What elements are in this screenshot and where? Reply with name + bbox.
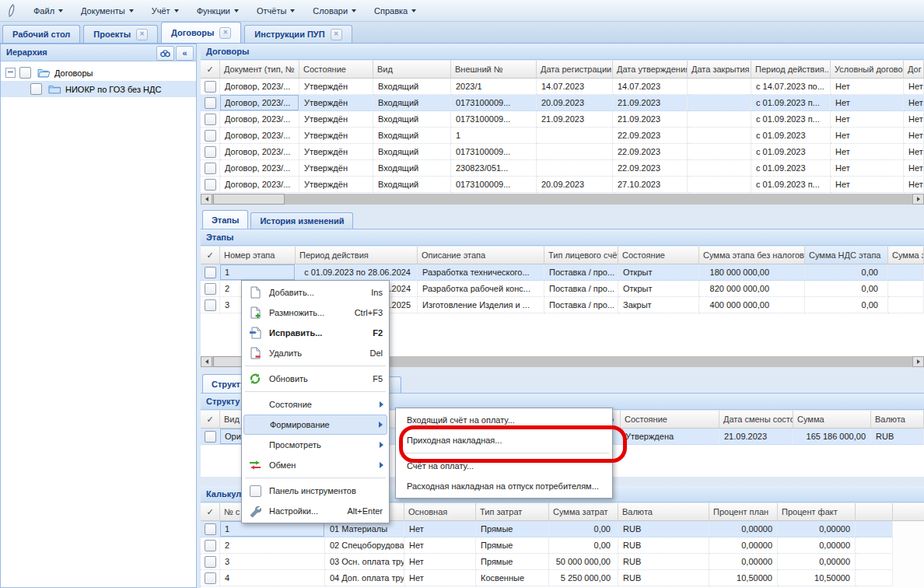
cell[interactable]: Нет — [904, 79, 924, 95]
menu-dictionaries[interactable]: Словари — [307, 1, 362, 21]
cell[interactable]: 10,50000 — [709, 570, 778, 586]
cell[interactable] — [856, 521, 893, 537]
cell[interactable]: Нет — [831, 144, 904, 160]
header-currency[interactable]: Валюта — [871, 411, 924, 429]
menu-item-delete[interactable]: Удалить Del — [243, 343, 387, 363]
search-binoculars-button[interactable] — [156, 46, 174, 61]
table-row[interactable]: Договор, 2023/... Утверждён Входящий 017… — [201, 177, 924, 193]
close-icon[interactable]: ✕ — [331, 29, 342, 40]
cell[interactable] — [888, 297, 924, 313]
row-checkbox[interactable] — [205, 114, 216, 125]
header-state[interactable]: Состояние — [618, 247, 699, 264]
scrollbar-thumb[interactable] — [213, 194, 285, 205]
cell[interactable]: с 01.09.2023 п... — [751, 177, 831, 193]
cell[interactable]: RUB — [618, 521, 709, 537]
row-checkbox-cell[interactable] — [201, 429, 220, 445]
cell[interactable]: 2 — [220, 537, 325, 554]
tree-node-checkbox[interactable] — [30, 83, 42, 95]
cell[interactable]: 21.09.2023 — [537, 111, 613, 128]
cell[interactable]: 0,00000 — [709, 554, 778, 570]
cell[interactable] — [688, 111, 751, 128]
cell[interactable]: 0173100009... — [451, 95, 537, 111]
cell[interactable]: 0,00000 — [778, 537, 856, 554]
tree-node-contracts[interactable]: Договоры — [1, 65, 196, 81]
cell[interactable]: Прямые — [476, 521, 549, 537]
header-currency[interactable]: Валюта — [618, 503, 709, 521]
cell[interactable] — [856, 554, 893, 570]
row-checkbox-cell[interactable] — [201, 79, 220, 95]
cell[interactable]: Нет — [404, 570, 476, 586]
header-state-date[interactable]: Дата смены состоя — [719, 411, 793, 429]
cell[interactable]: 03 Осн. оплата труда — [325, 554, 404, 570]
menu-functions[interactable]: Функции — [191, 1, 244, 21]
header-period[interactable]: Период действия.. — [751, 61, 831, 79]
menu-item-formation[interactable]: Формирование — [243, 415, 387, 435]
header-sum[interactable]: Сумма — [793, 411, 871, 429]
cell[interactable]: 1 — [220, 521, 325, 537]
cell[interactable]: Утверждён — [299, 111, 373, 128]
cell[interactable]: с 01.09.2023 п... — [751, 95, 831, 111]
cell[interactable]: 10,50000 — [778, 570, 856, 586]
cell[interactable]: Нет — [831, 177, 904, 193]
cell[interactable] — [537, 128, 613, 144]
row-checkbox-cell[interactable] — [201, 128, 220, 144]
row-checkbox[interactable] — [205, 572, 216, 584]
submenu-item-receipt-note[interactable]: Приходная накладная... — [397, 430, 611, 450]
cell[interactable]: Договор, 2023/... — [220, 177, 299, 193]
cell[interactable]: 4 — [220, 570, 325, 586]
cell[interactable]: Нет — [404, 554, 476, 570]
cell[interactable]: 0,00000 — [778, 521, 856, 537]
header-state[interactable]: Состояние — [299, 61, 373, 79]
cell[interactable]: 0173100009... — [451, 144, 537, 160]
cell[interactable]: 22.09.2023 — [613, 160, 688, 177]
header-check-column[interactable]: ✓ — [201, 503, 220, 521]
header-cost-sum[interactable]: Сумма затрат — [549, 503, 618, 521]
table-row-selected[interactable]: Договор, 2023/... Утверждён Входящий 017… — [201, 95, 924, 111]
cell[interactable]: 230823/051... — [451, 160, 537, 177]
close-icon[interactable]: ✕ — [136, 29, 148, 40]
row-checkbox-cell[interactable] — [201, 95, 220, 111]
table-row[interactable]: 4 04 Доп. оплата труда Нет Косвенные 5 2… — [201, 570, 893, 586]
cell[interactable]: Входящий — [373, 111, 451, 128]
row-checkbox-cell[interactable] — [201, 264, 220, 281]
row-checkbox-cell[interactable] — [201, 554, 220, 570]
cell[interactable]: 1 — [220, 264, 296, 281]
menu-item-duplicate[interactable]: Размножить... Ctrl+F3 — [243, 303, 387, 323]
cell[interactable]: Нет — [831, 128, 904, 144]
cell[interactable]: Входящий — [373, 177, 451, 193]
cell[interactable]: с 01.09.2023 — [751, 128, 831, 144]
table-row[interactable]: 2 02 Спецоборудование Нет Прямые 0,00 RU… — [201, 537, 893, 554]
tree-node-niokr[interactable]: НИОКР по ГОЗ без НДС — [1, 81, 196, 97]
cell[interactable]: Поставка / про... — [544, 264, 618, 281]
row-checkbox-cell[interactable] — [201, 570, 220, 586]
submenu-item-outgoing-note[interactable]: Расходная накладная на отпуск потребител… — [397, 476, 611, 496]
row-checkbox[interactable] — [205, 97, 216, 109]
cell[interactable]: 27.10.2023 — [613, 177, 688, 193]
cell[interactable]: 0,00000 — [709, 537, 778, 554]
menu-item-add[interactable]: Добавить... Ins — [243, 282, 387, 303]
menu-reports[interactable]: Отчёты — [251, 1, 300, 21]
header-stage-no[interactable]: Номер этапа — [220, 247, 296, 264]
row-checkbox-cell[interactable] — [201, 281, 220, 297]
cell[interactable]: с 14.07.2023 по... — [751, 79, 831, 95]
cell[interactable]: Договор, 2023/... — [220, 144, 299, 160]
header-vat-sum[interactable]: Сумма НДС этапа — [805, 247, 888, 264]
row-checkbox[interactable] — [205, 431, 216, 443]
tab-instructions[interactable]: Инструкции ПУП✕ — [244, 25, 352, 43]
cell[interactable]: RUB — [618, 554, 709, 570]
cell[interactable]: Нет — [904, 144, 924, 160]
row-checkbox-cell[interactable] — [201, 521, 220, 537]
tab-projects[interactable]: Проекты✕ — [83, 25, 158, 43]
cell[interactable] — [537, 160, 613, 177]
cell[interactable]: Нет — [831, 79, 904, 95]
cell[interactable]: Открыт — [618, 281, 699, 297]
table-row[interactable]: Договор, 2023/... Утверждён Входящий 017… — [201, 144, 924, 160]
h-scrollbar[interactable] — [201, 194, 924, 205]
row-checkbox[interactable] — [205, 130, 216, 142]
cell[interactable]: 01 Материалы — [325, 521, 404, 537]
cell[interactable]: Разработка технического... — [418, 264, 544, 281]
header-cost-type[interactable]: Тип затрат — [476, 503, 549, 521]
cell[interactable]: Нет — [904, 111, 924, 128]
table-row-selected[interactable]: 1 с 01.09.2023 по 28.06.2024 Разработка … — [201, 264, 924, 281]
tab-contracts[interactable]: Договоры✕ — [161, 22, 241, 43]
